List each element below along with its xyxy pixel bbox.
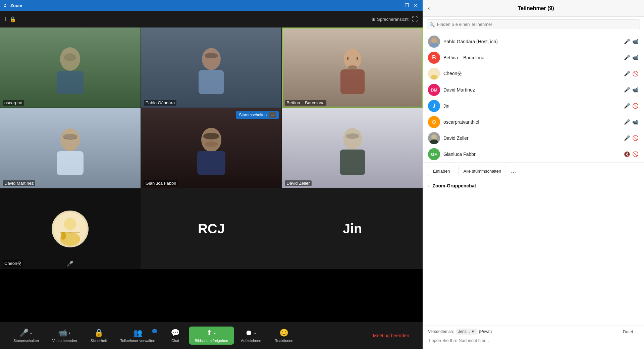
video-arrow[interactable]: ▲ [68,331,71,335]
list-item[interactable]: David Zeller 🎤 🚫 [423,130,644,146]
participant-name: Cheon웃 [443,71,624,77]
list-item[interactable]: Cheon웃 🎤 🚫 [423,66,644,82]
participant-controls: 🎤 📹 [624,87,639,93]
svg-point-28 [64,218,76,230]
name-pablo: Pablo Gándara [144,100,176,106]
more-options-button[interactable]: ... [511,168,516,175]
chat-label: Chat [171,339,179,343]
list-item[interactable]: J Jin 🎤 🚫 [423,98,644,114]
avatar: J [428,100,440,112]
mute-arrow[interactable]: ▲ [29,331,33,335]
video-cell-jin[interactable]: Jin [282,189,423,269]
svg-rect-19 [197,151,225,175]
svg-rect-12 [357,57,358,60]
invite-button[interactable]: Einladen [428,166,455,176]
mic-icon: 🎤 [624,71,630,77]
svg-point-10 [348,65,357,69]
lock-icon[interactable]: 🔒 [9,16,16,22]
avatar [428,36,440,48]
svg-point-34 [431,134,437,140]
fullscreen-button[interactable]: ⛶ [412,16,418,23]
info-icon[interactable]: ℹ [5,16,7,22]
video-cell-pablo[interactable]: Pablo Gándara [141,27,282,108]
name-davidz: David Zeller [285,180,311,186]
minimize-button[interactable]: — [394,2,402,9]
svg-rect-9 [340,69,365,94]
video-cell-davidm[interactable]: David Martínez [0,108,141,188]
more-options-badge[interactable]: ··· [269,112,276,118]
send-to-selector[interactable]: Jens... ▼ [456,329,477,335]
avatar [428,132,440,144]
video-feed-gianluca [141,108,282,188]
reactions-button[interactable]: 😊 Reaktionen [268,329,300,343]
security-label: Sicherheit [91,339,107,343]
security-button[interactable]: 🔒 Sicherheit [84,329,114,343]
restore-button[interactable]: ❐ [403,2,411,9]
participants-button[interactable]: 👥 Teilnehmer verwalten 9 [114,329,162,343]
svg-rect-11 [347,57,348,60]
share-arrow[interactable]: ▲ [213,331,216,335]
group-chat-header[interactable]: › Zoom-Gruppenchat [423,180,644,191]
collapse-participants-button[interactable]: ‹ [428,5,430,11]
view-controls: ⊞ Sprecheransicht ⛶ [372,16,418,23]
svg-rect-16 [64,138,66,139]
list-item[interactable]: O oscarpratvanthiel 🎤 📹 [423,114,644,130]
cheon-avatar-container [52,189,89,269]
search-input[interactable] [427,19,640,29]
list-item[interactable]: DM David Martínez 🎤 📹 [423,82,644,98]
mic-icon: 🎤 [624,119,630,125]
cam-off-icon: 🚫 [632,103,639,109]
mic-icon: 🎤 [624,55,630,61]
video-label: Video beenden [52,339,77,343]
send-to-row: Versenden an: Jens... ▼ (Privat) Datei .… [428,329,639,335]
svg-rect-14 [57,151,84,175]
participant-name: Pablo Gándara (Host, ich) [443,39,624,44]
video-cell-rcj[interactable]: RCJ [141,189,282,269]
app-logo: Z Zoom [3,3,22,8]
chat-input[interactable] [428,337,639,344]
video-cell-cheon[interactable]: Cheon웃 🎤 [0,189,141,269]
video-cell-davidz[interactable]: David Zeller [282,108,423,188]
video-cell-gianluca[interactable]: Gianluca Fabbri Stummschalten ··· [141,108,282,188]
stummschalten-badge[interactable]: Stummschalten ··· [236,111,279,119]
svg-rect-3 [57,71,84,94]
list-item[interactable]: GF Gianluca Fabbri 🔇 🚫 [423,146,644,162]
svg-point-5 [202,48,221,70]
name-davidm: David Martínez [3,180,35,186]
share-button[interactable]: ⬆ ▲ Bildschirm freigeben [189,327,234,345]
end-meeting-button[interactable]: Meeting beenden [366,333,416,338]
participants-badge: 9 [152,329,157,333]
participant-name: Jin [443,103,624,109]
mute-button[interactable]: 🎤 ▲ Stummschalten [7,329,46,343]
file-button[interactable]: Datei [623,329,633,334]
mute-label: Stummschalten [13,339,39,343]
send-to-label: Versenden an: [428,329,454,334]
chat-more-button[interactable]: ... [635,329,639,334]
search-box: 🔍 [423,17,644,32]
cam-icon: 📹 [632,87,639,93]
svg-point-33 [431,75,437,79]
video-cell-oscarprat[interactable]: oscarprat [0,27,141,108]
record-button[interactable]: ⏺ ▲ Aufzeichnen [234,329,268,343]
video-feed-pablo [141,27,282,108]
mute-all-button[interactable]: Alle stummschalten [459,166,506,176]
send-to-name: Jens... [458,329,470,334]
svg-point-7 [205,53,218,58]
cam-off-icon: 🚫 [632,135,639,141]
participant-controls: 🎤 🚫 [624,103,639,109]
list-item[interactable]: B Bettina _ Barcelona 🎤 📹 [423,50,644,66]
speaker-view-button[interactable]: ⊞ Sprecheransicht [372,17,409,22]
video-feed-davidm [0,108,141,188]
video-grid: oscarprat Pablo Gándara Bettina _ Barcel… [0,27,423,269]
close-button[interactable]: ✕ [412,2,419,9]
window-controls: — ❐ ✕ [394,2,419,9]
chat-button[interactable]: 💬 Chat [162,329,189,343]
rcj-label: RCJ [198,221,225,236]
participant-list: Pablo Gándara (Host, ich) 🎤 📹 B Bettina … [423,32,644,162]
video-cell-bettina[interactable]: Bettina _ Barcelona [282,27,423,108]
participant-controls: 🔇 🚫 [624,151,639,157]
video-button[interactable]: 📹 ▲ Video beenden [46,329,84,343]
record-arrow[interactable]: ▲ [253,331,257,335]
svg-point-4 [64,53,76,61]
list-item[interactable]: Pablo Gándara (Host, ich) 🎤 📹 [423,34,644,50]
